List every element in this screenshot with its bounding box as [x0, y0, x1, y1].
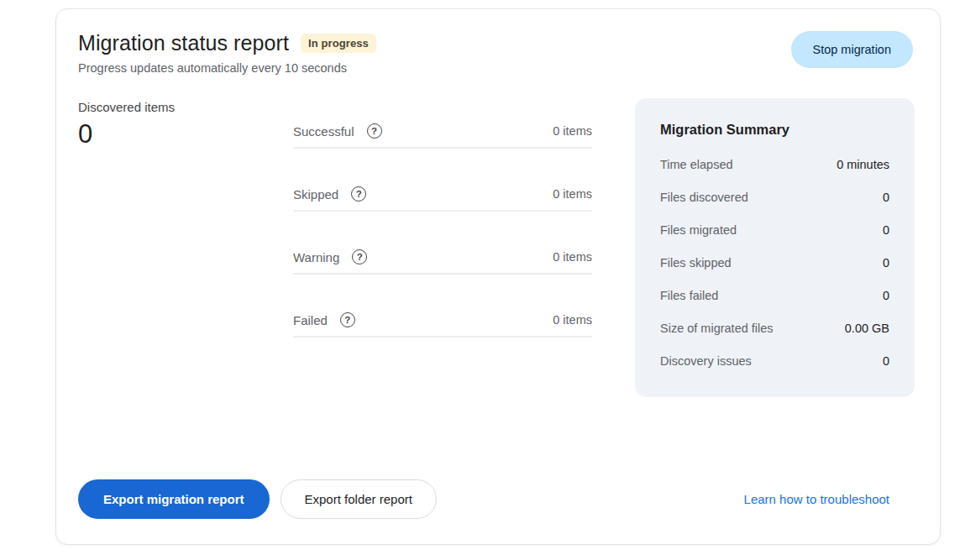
stat-value: 0 items [553, 313, 592, 327]
discovered-items-label: Discovered items [78, 100, 293, 114]
summary-row-size-migrated: Size of migrated files 0.00 GB [660, 311, 889, 344]
auto-update-subtitle: Progress updates automatically every 10 … [78, 61, 376, 75]
stat-label-group: Skipped ? [293, 186, 366, 201]
summary-label: Files discovered [660, 191, 748, 204]
summary-title: Migration Summary [660, 122, 889, 138]
stat-label: Warning [293, 250, 339, 264]
stat-row-skipped: Skipped ? 0 items [293, 178, 592, 212]
help-icon[interactable]: ? [340, 312, 355, 327]
summary-row-files-migrated: Files migrated 0 [660, 213, 889, 246]
summary-value: 0 [883, 223, 889, 237]
summary-label: Files failed [660, 289, 718, 302]
card-footer: Export migration report Export folder re… [78, 479, 915, 519]
summary-row-files-failed: Files failed 0 [660, 279, 889, 311]
help-icon[interactable]: ? [352, 249, 367, 264]
title-row: Migration status report In progress [78, 31, 376, 55]
stat-value: 0 items [553, 124, 592, 138]
discovered-items-block: Discovered items 0 [78, 98, 293, 479]
card-header: Migration status report In progress Prog… [78, 31, 915, 75]
summary-row-discovery-issues: Discovery issues 0 [660, 344, 889, 377]
stat-label-group: Warning ? [293, 249, 367, 264]
status-breakdown-list: Successful ? 0 items Skipped ? 0 items W… [293, 98, 592, 479]
stat-row-warning: Warning ? 0 items [293, 241, 592, 275]
stat-label: Successful [293, 124, 354, 139]
stop-migration-button[interactable]: Stop migration [791, 31, 914, 68]
summary-row-files-skipped: Files skipped 0 [660, 246, 889, 279]
stat-label: Failed [293, 313, 328, 327]
discovered-items-count: 0 [78, 119, 293, 149]
content-area: Discovered items 0 Successful ? 0 items … [78, 98, 915, 479]
summary-label: Files skipped [660, 256, 732, 270]
summary-row-files-discovered: Files discovered 0 [660, 181, 889, 213]
export-folder-report-button[interactable]: Export folder report [281, 479, 437, 519]
migration-status-card: Migration status report In progress Prog… [55, 8, 941, 545]
status-badge: In progress [301, 34, 376, 53]
stat-label: Skipped [293, 187, 338, 201]
summary-label: Files migrated [660, 223, 737, 237]
help-icon[interactable]: ? [367, 123, 382, 139]
stat-label-group: Successful ? [293, 123, 382, 139]
summary-value: 0 [883, 256, 889, 270]
stat-row-successful: Successful ? 0 items [293, 115, 592, 149]
summary-value: 0.00 GB [845, 322, 889, 335]
header-text-block: Migration status report In progress Prog… [78, 31, 376, 75]
migration-summary-panel: Migration Summary Time elapsed 0 minutes… [635, 98, 915, 397]
page-title: Migration status report [78, 31, 289, 55]
stat-row-failed: Failed ? 0 items [293, 304, 592, 338]
troubleshoot-link[interactable]: Learn how to troubleshoot [744, 492, 889, 506]
summary-value: 0 [883, 289, 889, 302]
stat-value: 0 items [553, 250, 592, 264]
summary-row-time-elapsed: Time elapsed 0 minutes [660, 148, 889, 181]
summary-value: 0 [883, 191, 889, 204]
stat-label-group: Failed ? [293, 312, 355, 327]
summary-value: 0 minutes [837, 158, 889, 171]
summary-label: Discovery issues [660, 354, 752, 368]
summary-value: 0 [883, 354, 889, 368]
stat-value: 0 items [553, 187, 592, 201]
summary-label: Size of migrated files [660, 322, 774, 335]
summary-label: Time elapsed [660, 158, 733, 171]
export-migration-report-button[interactable]: Export migration report [78, 479, 270, 519]
help-icon[interactable]: ? [351, 186, 366, 201]
